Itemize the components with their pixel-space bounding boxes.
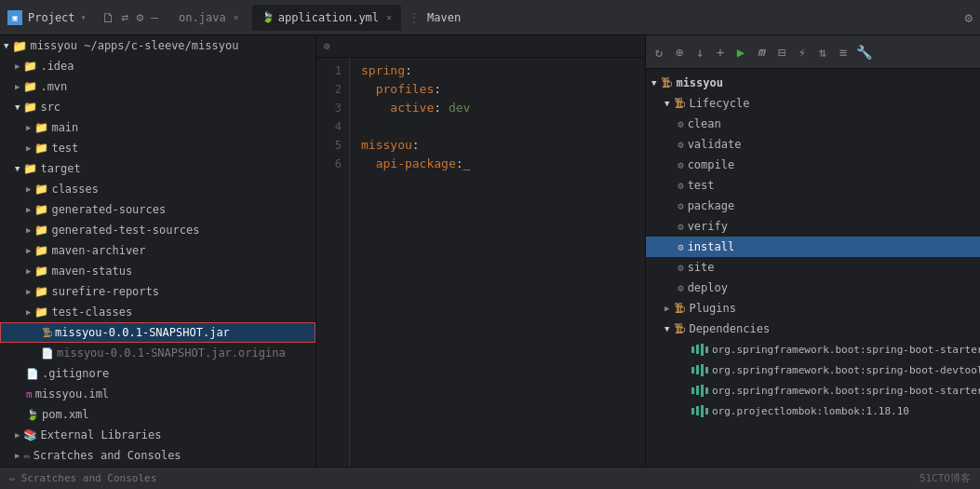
breadcrumb-icon: ⊙ bbox=[324, 40, 330, 52]
maven-archiver-icon: 📁 bbox=[34, 244, 48, 257]
run-icon[interactable]: ▶ bbox=[733, 45, 748, 60]
tree-item-classes[interactable]: ▶ 📁 classes bbox=[0, 179, 315, 199]
iml-icon: m bbox=[26, 388, 33, 401]
tree-root[interactable]: ▼ 📁 missyou ~/apps/c-sleeve/missyou bbox=[0, 35, 315, 56]
ext-libs-arrow: ▶ bbox=[15, 430, 20, 440]
surefire-label: surefire-reports bbox=[51, 285, 159, 298]
tree-item-maven-archiver[interactable]: ▶ 📁 maven-archiver bbox=[0, 240, 315, 261]
maven-lifecycle-test[interactable]: ⚙ test bbox=[646, 175, 980, 196]
lifecycle-icon[interactable]: ⊟ bbox=[774, 45, 789, 60]
watermark: 51CTO博客 bbox=[920, 471, 971, 485]
code-line-6: api-package:_ bbox=[361, 155, 634, 173]
wrench-icon[interactable]: 🔧 bbox=[856, 45, 871, 60]
tree-item-pom[interactable]: 🍃 pom.xml bbox=[0, 404, 315, 425]
dep-spring-test[interactable]: org.springframework.boot:spring-boot-sta… bbox=[646, 380, 980, 401]
file-tree[interactable]: ▼ 📁 missyou ~/apps/c-sleeve/missyou ▶ 📁 … bbox=[0, 35, 316, 467]
tree-item-generated-test-sources[interactable]: ▶ 📁 generated-test-sources bbox=[0, 220, 315, 240]
dependencies-label: Dependencies bbox=[689, 322, 770, 335]
root-folder-icon: 📁 bbox=[12, 39, 27, 53]
package-label: package bbox=[688, 199, 735, 212]
tab-on-java[interactable]: on.java ✕ bbox=[169, 5, 248, 31]
reimport-icon[interactable]: ⊕ bbox=[672, 45, 687, 60]
dep-lombok-label: org.projectlombok:lombok:1.18.10 bbox=[712, 405, 909, 417]
project-section[interactable]: ▣ Project ▾ bbox=[7, 10, 87, 25]
maven-lifecycle-group[interactable]: ▼ 🗜 Lifecycle bbox=[646, 93, 980, 114]
scratches-icon: ✏ bbox=[23, 449, 30, 462]
maven-lifecycle-compile[interactable]: ⚙ compile bbox=[646, 155, 980, 175]
gen-test-sources-label: generated-test-sources bbox=[51, 224, 199, 237]
settings-icon[interactable]: ⚙ bbox=[136, 10, 143, 24]
gitignore-icon: 📄 bbox=[26, 368, 39, 380]
maven-tree[interactable]: ▼ 🗜 missyou ▼ 🗜 Lifecycle ⚙ clean ⚙ vali… bbox=[646, 69, 980, 467]
settings-right-icon[interactable]: ⚙ bbox=[965, 10, 973, 25]
tab-application-yml[interactable]: 🍃 application.yml ✕ bbox=[252, 5, 401, 31]
maven-lifecycle-clean[interactable]: ⚙ clean bbox=[646, 114, 980, 134]
tree-item-jar[interactable]: 🗜 missyou-0.0.1-SNAPSHOT.jar bbox=[0, 322, 315, 343]
maven-lifecycle-verify[interactable]: ⚙ verify bbox=[646, 216, 980, 237]
equals-icon[interactable]: ≡ bbox=[836, 45, 851, 60]
maven-lifecycle-site[interactable]: ⚙ site bbox=[646, 257, 980, 278]
maven-lifecycle-validate[interactable]: ⚙ validate bbox=[646, 134, 980, 155]
maven-root-icon: 🗜 bbox=[661, 76, 672, 89]
dep-spring-devtools[interactable]: org.springframework.boot:spring-boot-dev… bbox=[646, 360, 980, 380]
ext-libs-label: External Libraries bbox=[40, 428, 161, 441]
project-dropdown-arrow[interactable]: ▾ bbox=[81, 12, 87, 22]
main-label: main bbox=[51, 121, 78, 134]
tree-item-target[interactable]: ▼ 📁 target bbox=[0, 158, 315, 179]
add-file-icon[interactable]: 🗋 bbox=[101, 10, 114, 25]
dependencies-icon: 🗜 bbox=[674, 322, 685, 335]
arrows-icon[interactable]: ⇅ bbox=[815, 45, 830, 60]
maven-lifecycle-install[interactable]: ⚙ install bbox=[646, 237, 980, 257]
code-content[interactable]: spring: profiles: active: dev missyou: a… bbox=[350, 58, 645, 467]
install-gear-icon: ⚙ bbox=[678, 241, 684, 253]
dep-spring-test-icon bbox=[691, 385, 708, 397]
src-arrow: ▼ bbox=[15, 102, 20, 112]
test-arrow: ▶ bbox=[26, 143, 31, 153]
add-icon[interactable]: + bbox=[713, 45, 728, 60]
tab-on-java-close[interactable]: ✕ bbox=[234, 12, 239, 22]
test-label: test bbox=[688, 179, 715, 192]
maven-lifecycle-package[interactable]: ⚙ package bbox=[646, 196, 980, 216]
root-arrow: ▼ bbox=[4, 41, 8, 50]
maven-plugins-group[interactable]: ▶ 🗜 Plugins bbox=[646, 298, 980, 319]
tree-item-maven-status[interactable]: ▶ 📁 maven-status bbox=[0, 261, 315, 281]
maven-dependencies-group[interactable]: ▼ 🗜 Dependencies bbox=[646, 319, 980, 339]
deploy-gear-icon: ⚙ bbox=[678, 282, 684, 294]
tree-item-jar-original[interactable]: 📄 missyou-0.0.1-SNAPSHOT.jar.origina bbox=[0, 343, 315, 363]
classes-label: classes bbox=[51, 183, 99, 196]
refresh-icon[interactable]: ↻ bbox=[651, 45, 666, 60]
tree-item-ext-libs[interactable]: ▶ 📚 External Libraries bbox=[0, 425, 315, 445]
jar-label: missyou-0.0.1-SNAPSHOT.jar bbox=[55, 326, 230, 339]
minimize-icon[interactable]: — bbox=[151, 10, 158, 24]
tree-item-iml[interactable]: m missyou.iml bbox=[0, 384, 315, 404]
dep-lombok[interactable]: org.projectlombok:lombok:1.18.10 bbox=[646, 401, 980, 421]
code-line-4 bbox=[361, 117, 634, 136]
lifecycle-arrow: ▼ bbox=[665, 99, 669, 108]
tree-item-mvn[interactable]: ▶ 📁 .mvn bbox=[0, 76, 315, 97]
mvn-folder-icon: 📁 bbox=[23, 80, 37, 93]
project-label: Project bbox=[28, 11, 75, 24]
tree-item-scratches[interactable]: ▶ ✏ Scratches and Consoles bbox=[0, 445, 315, 466]
tree-item-src[interactable]: ▼ 📁 src bbox=[0, 97, 315, 117]
target-folder-icon: 📁 bbox=[23, 162, 37, 175]
tree-item-main[interactable]: ▶ 📁 main bbox=[0, 117, 315, 138]
target-label: target bbox=[40, 162, 80, 175]
download-icon[interactable]: ↓ bbox=[692, 45, 707, 60]
tree-item-idea[interactable]: ▶ 📁 .idea bbox=[0, 56, 315, 76]
tab-application-yml-close[interactable]: ✕ bbox=[386, 12, 392, 22]
maven-m-icon[interactable]: m bbox=[754, 45, 769, 60]
tree-item-surefire-reports[interactable]: ▶ 📁 surefire-reports bbox=[0, 281, 315, 302]
editor-gutter[interactable]: 1 2 3 4 5 6 spring: profiles: active: de… bbox=[316, 58, 645, 467]
bolt-icon[interactable]: ⚡ bbox=[795, 45, 810, 60]
maven-lifecycle-deploy[interactable]: ⚙ deploy bbox=[646, 278, 980, 298]
sync-icon[interactable]: ⇄ bbox=[122, 10, 129, 24]
tree-item-generated-sources[interactable]: ▶ 📁 generated-sources bbox=[0, 199, 315, 220]
tree-item-test[interactable]: ▶ 📁 test bbox=[0, 138, 315, 158]
tree-item-test-classes[interactable]: ▶ 📁 test-classes bbox=[0, 302, 315, 322]
dep-spring-web[interactable]: org.springframework.boot:spring-boot-sta… bbox=[646, 339, 980, 360]
maven-root[interactable]: ▼ 🗜 missyou bbox=[646, 73, 980, 93]
test-classes-icon: 📁 bbox=[34, 306, 48, 319]
clean-label: clean bbox=[688, 117, 721, 130]
plugins-icon: 🗜 bbox=[674, 302, 685, 315]
tree-item-gitignore[interactable]: 📄 .gitignore bbox=[0, 363, 315, 384]
